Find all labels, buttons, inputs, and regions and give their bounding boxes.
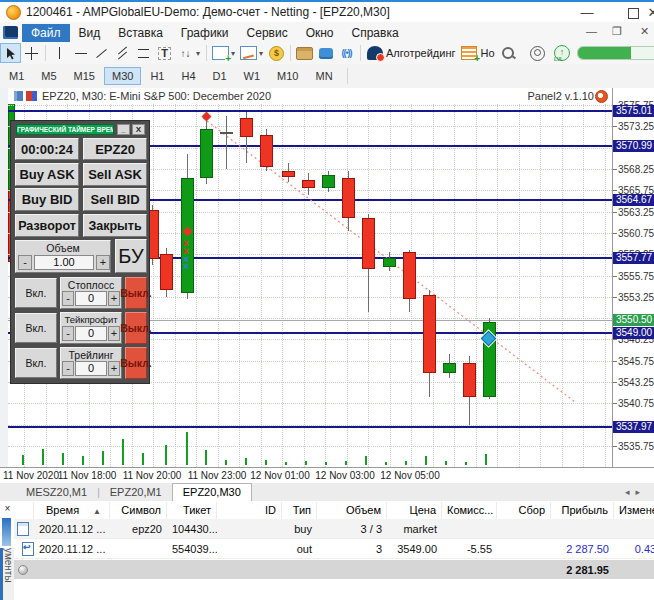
level-button[interactable]: ↑	[552, 43, 573, 63]
vertical-line-tool-button[interactable]	[49, 43, 70, 63]
timeframe-h4[interactable]: H4	[173, 67, 203, 85]
menu-item-7[interactable]: Справка	[343, 24, 408, 42]
trailing-minus-button[interactable]: -	[62, 361, 74, 376]
crosshair-tool-button[interactable]	[21, 43, 42, 63]
column-header-volume[interactable]: Объем	[317, 502, 387, 519]
takeprofit-value-field[interactable]: 0	[75, 326, 107, 341]
channel-tool-button[interactable]	[112, 43, 133, 63]
chart-profile-dropdown-icon[interactable]: ▾	[259, 49, 266, 58]
toolbox-grip[interactable]	[2, 518, 11, 546]
stoploss-on-button[interactable]: Вкл.	[15, 278, 57, 308]
stoploss-value-field[interactable]: 0	[75, 291, 107, 306]
menu-item-5[interactable]: Сервис	[238, 24, 297, 42]
volume-value-field[interactable]: 1.00	[34, 255, 94, 270]
trailing-on-button[interactable]: Вкл.	[15, 348, 57, 378]
column-header-profit[interactable]: Прибыль	[551, 502, 614, 519]
arrows-tool-button[interactable]: ↑↓	[175, 43, 196, 63]
mdi-close-button[interactable]: ✕	[640, 25, 649, 38]
close-button[interactable]: ✕	[646, 4, 654, 22]
trailing-plus-button[interactable]: +	[108, 361, 120, 376]
table-row[interactable]: 2020.11.12 ...epz20104430...buy3 / 3mark…	[14, 519, 654, 539]
search-button[interactable]	[498, 43, 519, 63]
takeprofit-plus-button[interactable]: +	[108, 326, 120, 341]
timeframe-m5[interactable]: M5	[33, 67, 64, 85]
stoploss-plus-button[interactable]: +	[108, 291, 120, 306]
stoploss-minus-button[interactable]: -	[62, 291, 74, 306]
buy-bid-button[interactable]: Buy BID	[15, 188, 79, 211]
table-row[interactable]: 2020.11.12 ...554039...out33549.00-5.552…	[14, 539, 654, 559]
takeprofit-off-button[interactable]: Выкл.	[125, 312, 147, 344]
new-order-label[interactable]: Но	[480, 47, 494, 59]
new-chart-dropdown-icon[interactable]: ▾	[231, 49, 238, 58]
volume-plus-button[interactable]: +	[96, 255, 110, 270]
reverse-button[interactable]: Разворот	[15, 214, 79, 237]
stoploss-off-button[interactable]: Выкл.	[125, 277, 147, 309]
column-header-commission[interactable]: Комисс...	[442, 502, 497, 519]
text-tool-button[interactable]: T	[154, 43, 175, 63]
cursor-tool-button[interactable]	[0, 43, 21, 63]
toolbox-vertical-tab[interactable]: ументы	[0, 548, 14, 600]
sell-ask-button[interactable]: Sell ASK	[83, 163, 147, 186]
chart-tab-epz20-m30[interactable]: EPZ20,M30	[172, 483, 252, 501]
mdi-restore-button[interactable]: ❐	[612, 25, 622, 38]
column-header-id[interactable]: ID	[217, 502, 282, 519]
time-axis[interactable]: 11 Nov 202011 Nov 18:0011 Nov 20:0011 No…	[0, 467, 654, 483]
fibonacci-tool-button[interactable]	[133, 43, 154, 63]
panel-minimize-button[interactable]: _	[117, 124, 130, 135]
column-header-fee[interactable]: Сбор	[497, 502, 551, 519]
algotrading-label[interactable]: Алготрейдинг	[386, 47, 455, 59]
wallet-button[interactable]	[294, 43, 315, 63]
messenger-button[interactable]	[315, 43, 336, 63]
profile-button[interactable]	[527, 43, 548, 63]
price-axis[interactable]: 3575.753573.253568.253565.753563.253560.…	[612, 88, 654, 467]
algotrading-button[interactable]	[364, 43, 385, 63]
new-order-button[interactable]	[458, 43, 479, 63]
timeframe-m10[interactable]: M10	[269, 67, 306, 85]
chart-profile-button[interactable]	[238, 43, 259, 63]
column-header-ticket[interactable]: Тикет	[167, 502, 217, 519]
chart-tab-mesz20-m1[interactable]: MESZ20,M1	[16, 484, 97, 501]
column-header-price[interactable]: Цена	[387, 502, 442, 519]
menu-item-4[interactable]: Графики	[172, 24, 238, 42]
timeframe-m15[interactable]: M15	[66, 67, 103, 85]
takeprofit-minus-button[interactable]: -	[62, 326, 74, 341]
trailing-value-field[interactable]: 0	[75, 361, 107, 376]
maximize-button[interactable]	[626, 4, 640, 19]
timeframe-w1[interactable]: W1	[236, 67, 269, 85]
horizontal-line-tool-button[interactable]	[70, 43, 91, 63]
breakeven-button[interactable]: БУ	[115, 239, 147, 273]
time-axis-label: 11 Nov 23:00	[185, 470, 249, 481]
trailing-group: Трейлинг - 0 +	[60, 347, 122, 379]
menu-item-3[interactable]: Вставка	[109, 24, 172, 42]
arrows-dropdown-icon[interactable]: ▾	[196, 49, 203, 58]
tab-scroll-arrows[interactable]: ◂▸	[625, 487, 646, 497]
panel-symbol-button[interactable]: EPZ20	[83, 138, 147, 160]
mdi-minimize-button[interactable]: —	[586, 25, 597, 37]
column-header-change[interactable]: Измене..	[614, 502, 654, 519]
trailing-off-button[interactable]: Выкл.	[125, 347, 147, 379]
new-chart-button[interactable]: +	[210, 43, 231, 63]
timeframe-h1[interactable]: H1	[142, 67, 172, 85]
column-header-type[interactable]: Тип	[282, 502, 317, 519]
timeframe-m1[interactable]: M1	[1, 67, 32, 85]
market-depth-button[interactable]: $	[266, 43, 287, 63]
buy-ask-button[interactable]: Buy ASK	[15, 163, 79, 186]
takeprofit-on-button[interactable]: Вкл.	[15, 313, 57, 343]
timeframe-mn[interactable]: MN	[307, 67, 340, 85]
broadcast-button[interactable]: ((•))	[336, 43, 357, 63]
toolbox-close-button[interactable]: ×	[2, 503, 13, 514]
timeframe-d1[interactable]: D1	[205, 67, 235, 85]
volume-minus-button[interactable]: -	[18, 255, 32, 270]
trendline-tool-button[interactable]	[91, 43, 112, 63]
menu-item-1[interactable]: Файл	[22, 24, 70, 42]
menu-item-2[interactable]: Вид	[70, 24, 110, 42]
minimize-button[interactable]: —	[580, 4, 594, 22]
sell-bid-button[interactable]: Sell BID	[83, 188, 147, 211]
column-header-symbol[interactable]: Символ	[110, 502, 167, 519]
timeframe-m30[interactable]: M30	[104, 67, 141, 85]
chart-tab-epz20-m1[interactable]: EPZ20,M1	[100, 484, 172, 501]
close-position-button[interactable]: Закрыть	[83, 214, 147, 237]
column-header-time[interactable]: Время▲	[34, 502, 110, 519]
menu-item-6[interactable]: Окно	[297, 24, 343, 42]
panel-close-button[interactable]: X	[132, 124, 145, 135]
